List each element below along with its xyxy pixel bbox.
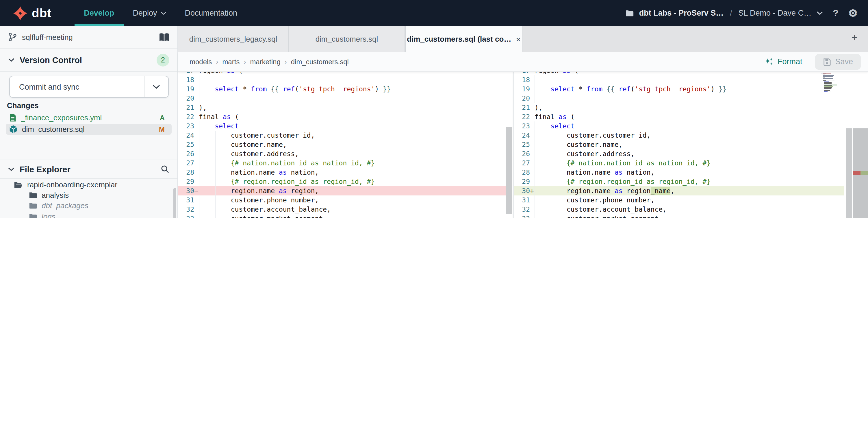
code-line[interactable]: 27{# nation.nation_id as nation_id, #} — [178, 158, 506, 168]
scrollbar-thumb[interactable] — [506, 127, 512, 214]
code-line[interactable]: 28nation.name as nation, — [178, 168, 506, 177]
scrollbar-thumb[interactable] — [846, 128, 852, 218]
code-line[interactable]: 30−region.name as region, — [178, 186, 506, 196]
project-selector[interactable]: dbt Labs - ProServ S… — [639, 9, 724, 17]
code-line[interactable]: 31customer.phone_number, — [178, 196, 506, 205]
code-line[interactable]: 23select — [514, 121, 844, 131]
line-number: 21 — [178, 103, 199, 112]
breadcrumb-item[interactable]: marketing — [250, 58, 280, 66]
line-number: 30+ — [514, 186, 534, 196]
editor-tab[interactable]: dim_customers.sql (last co…× — [405, 26, 522, 52]
chevron-down-icon[interactable] — [816, 11, 823, 15]
code-line[interactable]: 18 — [178, 75, 506, 84]
version-control-title: Version Control — [20, 55, 82, 64]
line-number: 19 — [514, 84, 534, 94]
line-number: 28 — [178, 168, 199, 177]
line-number: 22 — [178, 112, 199, 121]
tree-item-label: dbt_packages — [41, 201, 176, 210]
code-line[interactable]: 22final as ( — [178, 112, 506, 121]
code-line[interactable]: 18 — [514, 75, 844, 84]
editor-tab[interactable]: dim_customers_legacy.sql — [178, 26, 289, 52]
nav-item-develop[interactable]: Develop — [74, 0, 123, 26]
code-line[interactable]: 29{# region.region_id as region_id, #} — [514, 177, 844, 186]
save-button[interactable]: Save — [815, 54, 861, 70]
tree-item[interactable]: analysis — [0, 190, 176, 201]
breadcrumb-item[interactable]: marts — [222, 58, 240, 66]
sidebar-scrollbar[interactable] — [174, 188, 176, 218]
editor-tab[interactable]: dim_customers.sql — [289, 26, 405, 52]
line-number: 23 — [178, 121, 199, 131]
changes-list: _finance_exposures.ymlAdim_customers.sql… — [0, 112, 178, 135]
code-line[interactable]: 17region as ( — [514, 72, 844, 75]
left-pane-scrollbar[interactable] — [506, 72, 513, 218]
code-line[interactable]: 20 — [178, 94, 506, 103]
nav-item-documentation[interactable]: Documentation — [176, 0, 246, 26]
code-line[interactable]: 26customer.address, — [178, 149, 506, 158]
code-line[interactable]: 25customer.name, — [178, 140, 506, 149]
commit-and-sync-button[interactable]: Commit and sync — [9, 76, 169, 98]
minimap[interactable] — [821, 73, 837, 92]
code-line[interactable]: 30+region.name as region_name, — [514, 186, 844, 196]
file-explorer-header[interactable]: File Explorer — [0, 159, 178, 179]
code-line[interactable]: 32customer.account_balance, — [178, 205, 506, 214]
code-line[interactable]: 24customer.customer_id, — [514, 131, 844, 140]
change-status-badge: A — [160, 114, 165, 122]
diff-pane-original[interactable]: 17region as (1819select * from {{ ref('s… — [178, 72, 513, 218]
search-icon[interactable] — [161, 165, 169, 173]
code-line[interactable]: 24customer.customer_id, — [178, 131, 506, 140]
gear-icon[interactable]: ⚙ — [848, 7, 858, 19]
git-branch-icon — [8, 32, 17, 41]
code-line[interactable]: 33customer.market_segment — [514, 214, 844, 218]
line-number: 24 — [514, 131, 534, 140]
code-line[interactable]: 27{# nation.nation_id as nation_id, #} — [514, 158, 844, 168]
code-line[interactable]: 26customer.address, — [514, 149, 844, 158]
code-line[interactable]: 21), — [178, 103, 506, 112]
editor-tabbar: dim_customers_legacy.sqldim_customers.sq… — [178, 26, 868, 52]
code-line[interactable]: 19select * from {{ ref('stg_tpch__region… — [178, 84, 506, 94]
code-line[interactable]: 32customer.account_balance, — [514, 205, 844, 214]
tree-item[interactable]: rapid-onboarding-exemplar — [0, 179, 176, 190]
diff-pane-modified[interactable]: 17region as (1819select * from {{ ref('s… — [513, 72, 868, 218]
commit-options-caret[interactable] — [144, 76, 168, 97]
nav-item-deploy[interactable]: Deploy — [123, 0, 176, 26]
overview-removed-mark — [853, 171, 861, 175]
code-line[interactable]: 25customer.name, — [514, 140, 844, 149]
tab-label: dim_customers.sql — [315, 35, 378, 43]
code-line[interactable]: 22final as ( — [514, 112, 844, 121]
help-icon[interactable]: ? — [833, 8, 839, 18]
breadcrumb-item[interactable]: models — [190, 58, 212, 66]
tree-item[interactable]: dbt_packages — [0, 200, 176, 211]
line-number: 32 — [514, 205, 534, 214]
code-line[interactable]: 19select * from {{ ref('stg_tpch__region… — [514, 84, 844, 94]
docs-book-icon[interactable] — [159, 33, 169, 41]
new-tab-button[interactable]: + — [841, 26, 868, 50]
tree-item-label: logs — [41, 212, 176, 218]
dbt-logo[interactable]: dbt — [13, 5, 52, 21]
tree-item[interactable]: logs — [0, 211, 176, 218]
format-button[interactable]: Format — [765, 57, 802, 66]
changes-count-badge: 2 — [157, 54, 169, 66]
code-line[interactable]: 31customer.phone_number, — [514, 196, 844, 205]
code-line[interactable]: 28nation.name as nation, — [514, 168, 844, 177]
branch-name[interactable]: sqlfluff-meeting — [22, 33, 73, 41]
breadcrumb-item[interactable]: dim_customers.sql — [291, 58, 349, 66]
code-line[interactable]: 21), — [514, 103, 844, 112]
code-line[interactable]: 33customer.market_segment — [178, 214, 506, 218]
folder-icon — [29, 212, 37, 218]
file-icon — [9, 113, 16, 122]
diff-overview-ruler[interactable] — [853, 72, 868, 218]
line-number: 25 — [514, 140, 534, 149]
tab-label: dim_customers_legacy.sql — [189, 35, 277, 43]
change-row[interactable]: dim_customers.sqlM — [6, 124, 172, 135]
right-pane-scrollbar[interactable] — [845, 72, 852, 218]
code-line[interactable]: 23select — [178, 121, 506, 131]
code-line[interactable]: 20 — [514, 94, 844, 103]
code-line[interactable]: 29{# region.region_id as region_id, #} — [178, 177, 506, 186]
change-row[interactable]: _finance_exposures.ymlA — [6, 112, 172, 123]
line-number: 20 — [514, 94, 534, 103]
code-line[interactable]: 17region as ( — [178, 72, 506, 75]
close-icon[interactable]: × — [516, 34, 520, 43]
version-control-header[interactable]: Version Control 2 — [0, 49, 178, 72]
environment-selector[interactable]: SL Demo - Dave C… — [739, 9, 812, 17]
breadcrumb-separator: › — [216, 58, 218, 66]
